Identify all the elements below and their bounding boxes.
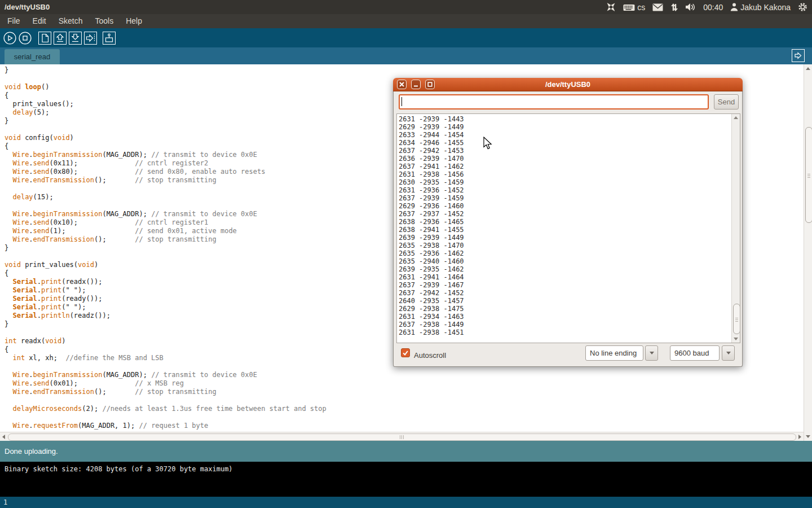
stop-button[interactable] xyxy=(19,32,32,45)
menu-item-help[interactable]: Help xyxy=(120,14,148,28)
serial-scrollbar[interactable] xyxy=(731,114,740,343)
serial-line: 2631 -2938 -1451 xyxy=(399,329,464,336)
serial-line: 2629 -2936 -1460 xyxy=(399,202,464,210)
serial-line: 2635 -2938 -1470 xyxy=(399,242,464,249)
maximize-button[interactable] xyxy=(425,80,435,89)
baud-dropdown-button[interactable] xyxy=(722,345,735,361)
tabbar: serial_read xyxy=(0,47,812,64)
serial-line: 2631 -2934 -1463 xyxy=(399,313,464,321)
menu-item-file[interactable]: File xyxy=(1,14,27,28)
system-tray: cs 00:40 xyxy=(606,0,810,14)
serial-scroll-thumb[interactable] xyxy=(733,304,740,334)
text-caret xyxy=(401,97,402,106)
console-output: Binary sketch size: 4208 bytes (of a 307… xyxy=(0,462,812,497)
scroll-right-arrow[interactable] xyxy=(798,435,801,439)
editor-horizontal-scrollbar[interactable] xyxy=(0,432,804,441)
user-menu[interactable]: Jakub Kakona xyxy=(730,3,791,12)
code-line: Wire.send(0x01); // x MSB reg xyxy=(5,379,804,388)
menubar: FileEditSketchToolsHelp xyxy=(0,14,812,28)
scroll-down-arrow[interactable] xyxy=(806,435,810,438)
scroll-left-arrow[interactable] xyxy=(2,435,5,439)
serial-line: 2629 -2939 -1449 xyxy=(399,123,464,131)
serial-line: 2637 -2942 -1452 xyxy=(399,289,464,297)
user-name: Jakub Kakona xyxy=(740,3,791,12)
serial-line: 2633 -2944 -1454 xyxy=(399,131,464,139)
vertical-scroll-thumb[interactable] xyxy=(805,127,812,223)
code-line: delayMicroseconds(2); //needs at least 1… xyxy=(5,405,804,413)
serial-line: 2631 -2938 -1456 xyxy=(399,170,464,178)
scroll-up-arrow[interactable] xyxy=(806,67,810,70)
serial-line: 2637 -2941 -1462 xyxy=(399,163,464,170)
horizontal-scroll-thumb[interactable] xyxy=(8,433,796,441)
code-line: Wire.endTransmission(); // stop transmit… xyxy=(5,388,804,396)
serial-line: 2640 -2935 -1457 xyxy=(399,297,464,305)
network-updown-icon[interactable] xyxy=(670,3,678,12)
serial-line: 2637 -2939 -1459 xyxy=(399,194,464,202)
serial-line: 2638 -2936 -1465 xyxy=(399,218,464,226)
close-button[interactable] xyxy=(397,80,407,89)
serial-monitor-button[interactable] xyxy=(103,32,116,45)
serial-output-area[interactable]: 2631 -2939 -14432629 -2939 -14492633 -29… xyxy=(396,113,740,343)
serial-line: 2637 -2937 -1452 xyxy=(399,210,464,218)
mail-indicator-icon[interactable] xyxy=(652,3,663,11)
line-ending-select[interactable]: No line ending xyxy=(585,345,643,361)
serial-monitor-title: /dev/ttyUSB0 xyxy=(545,80,590,89)
desktop-panel: /dev/ttyUSB0 cs xyxy=(0,0,812,14)
volume-icon[interactable] xyxy=(686,3,696,11)
status-bar: Done uploading. xyxy=(0,441,812,462)
serial-line: 2635 -2940 -1460 xyxy=(399,257,464,265)
clock[interactable]: 00:40 xyxy=(703,3,723,12)
code-line: Wire.requestFrom(MAG_ADDR, 1); // reques… xyxy=(5,422,804,430)
minimize-icon xyxy=(413,82,418,87)
send-button-label: Send xyxy=(718,98,735,106)
serial-line: 2630 -2935 -1459 xyxy=(399,178,464,186)
window-title: /dev/ttyUSB0 xyxy=(5,3,50,11)
user-icon xyxy=(730,3,738,11)
open-sketch-button[interactable] xyxy=(54,32,67,45)
serial-line: 2636 -2939 -1470 xyxy=(399,155,464,163)
menu-item-tools[interactable]: Tools xyxy=(89,14,120,28)
tab-arrow-icon xyxy=(793,51,803,60)
line-ending-dropdown-button[interactable] xyxy=(645,345,658,361)
current-line-number: 1 xyxy=(3,498,7,506)
serial-line: 2635 -2936 -1462 xyxy=(399,249,464,257)
serial-output-lines: 2631 -2939 -14432629 -2939 -14492633 -29… xyxy=(399,115,464,336)
check-icon xyxy=(402,349,409,356)
baud-rate-select[interactable]: 9600 baud xyxy=(670,345,720,361)
serial-line: 2631 -2936 -1452 xyxy=(399,186,464,194)
keyboard-icon xyxy=(623,3,635,12)
verify-button[interactable] xyxy=(3,32,16,45)
baud-rate-value: 9600 baud xyxy=(674,349,709,357)
code-line xyxy=(5,413,804,422)
tab-serial-read[interactable]: serial_read xyxy=(5,49,60,64)
code-line xyxy=(5,396,804,405)
editor-vertical-scrollbar[interactable] xyxy=(804,64,812,441)
autoscroll-label: Autoscroll xyxy=(414,343,446,367)
line-number-bar: 1 xyxy=(0,497,812,508)
upload-button[interactable] xyxy=(84,32,97,45)
menu-item-edit[interactable]: Edit xyxy=(27,14,52,28)
serial-monitor-titlebar[interactable]: /dev/ttyUSB0 xyxy=(393,78,743,91)
minimize-button[interactable] xyxy=(411,80,421,89)
keyboard-layout-indicator[interactable]: cs xyxy=(623,3,645,12)
serial-line: 2639 -2935 -1462 xyxy=(399,265,464,273)
send-button[interactable]: Send xyxy=(714,94,739,110)
session-gear-icon[interactable] xyxy=(798,2,807,12)
serial-line: 2638 -2941 -1455 xyxy=(399,226,464,234)
desktop: /dev/ttyUSB0 cs xyxy=(0,0,812,508)
pinwheel-indicator-icon[interactable] xyxy=(606,2,616,12)
serial-input[interactable] xyxy=(399,94,709,110)
new-sketch-button[interactable] xyxy=(38,32,51,45)
serial-line: 2637 -2939 -1467 xyxy=(399,281,464,289)
save-sketch-button[interactable] xyxy=(69,32,82,45)
autoscroll-checkbox[interactable] xyxy=(401,348,410,357)
serial-scroll-down-arrow[interactable] xyxy=(734,338,738,340)
serial-scroll-up-arrow[interactable] xyxy=(734,116,738,119)
console-text: Binary sketch size: 4208 bytes (of a 307… xyxy=(5,465,812,473)
serial-line: 2631 -2941 -1464 xyxy=(399,273,464,281)
serial-line: 2639 -2939 -1449 xyxy=(399,234,464,242)
serial-monitor-controls: Autoscroll No line ending 9600 baud xyxy=(394,343,743,367)
tab-menu-button[interactable] xyxy=(792,49,805,62)
menu-item-sketch[interactable]: Sketch xyxy=(52,14,89,28)
chevron-down-icon xyxy=(726,352,731,354)
